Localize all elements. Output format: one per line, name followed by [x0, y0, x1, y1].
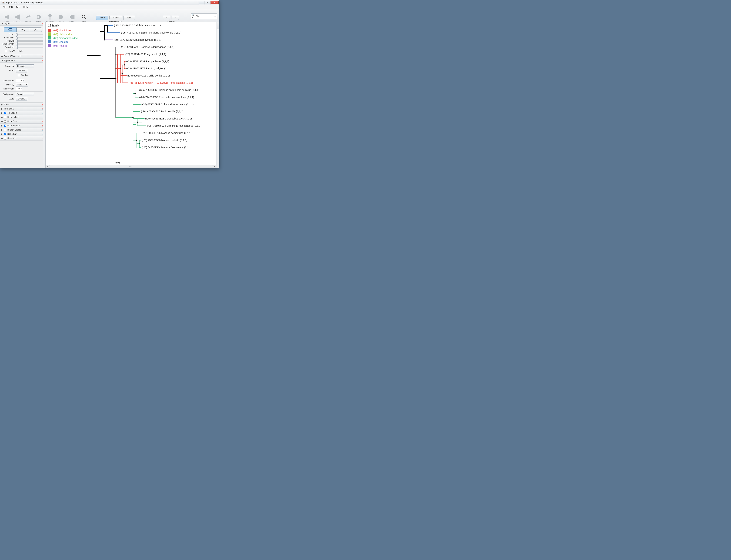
tip-label[interactable]: (r26) 795333263 Colobus angolensis palli…	[139, 89, 199, 91]
toolbar-collapse[interactable]: Collapse	[12, 14, 22, 23]
section-header-scalebar[interactable]: ▶Scale Bar📌	[0, 132, 45, 136]
tip-label[interactable]: (r25) 817347160 Aotus nancymaae (5,1,1)	[114, 38, 161, 41]
section-header-scaleaxis[interactable]: ▶Scale Axis📌	[0, 136, 45, 140]
selection-taxa[interactable]: Taxa	[123, 16, 135, 20]
tip-label[interactable]: (r26) 795076074 Mandrillus leucophaeus (…	[147, 124, 201, 127]
tip-label[interactable]: (r26) 724813358 Rhinopithecus roxellana …	[139, 96, 194, 99]
toolbar-cartoon[interactable]: Cartoon	[2, 14, 11, 23]
chevron-right-icon: ▶	[1, 137, 3, 139]
scaleaxis-checkbox[interactable]	[4, 137, 6, 139]
section-header-branchlabels[interactable]: ▶Branch Labels📌	[0, 128, 45, 132]
pin-icon[interactable]: 📌	[42, 120, 44, 123]
tip-label[interactable]: (r26) 544509544 Macaca fascicularis (3,1…	[142, 146, 192, 149]
section-header-tiplabels[interactable]: ▶Tip Labels📌	[0, 111, 45, 115]
filter-input-wrapper[interactable]: 🔍▾ ⊘	[191, 13, 217, 19]
background-select[interactable]: Default	[16, 93, 34, 96]
colours-button[interactable]: Colours	[16, 69, 27, 72]
section-header-nodeshapes[interactable]: ▶Node Shapes📌	[0, 124, 45, 128]
nodebars-checkbox[interactable]	[4, 120, 6, 123]
pin-icon[interactable]: 📌	[42, 125, 44, 127]
scroll-right-button[interactable]: ►	[213, 165, 216, 168]
pin-icon[interactable]: 📌	[42, 116, 44, 118]
close-button[interactable]: ✕	[211, 1, 219, 4]
clear-filter-icon[interactable]: ⊘	[214, 15, 216, 18]
curvature-slider[interactable]	[16, 47, 44, 48]
tip-label[interactable]: (r26) 635036947 Chlorocebus sabaeus (3,1…	[141, 103, 193, 106]
tip-label[interactable]: (r26) 806638828 Cercocebus atys (3,1,1)	[145, 117, 192, 120]
pin-icon[interactable]: 📌	[42, 137, 44, 139]
tip-label[interactable]: (r25) 403303403 Saimiri boliviensis boli…	[121, 31, 181, 34]
pin-icon[interactable]: 📌	[42, 133, 44, 135]
layout-rectangular[interactable]	[4, 27, 16, 32]
selection-node[interactable]: Node	[96, 16, 108, 20]
toolbar-find[interactable]: Find	[79, 14, 89, 23]
pin-icon[interactable]: 📌	[42, 59, 44, 62]
rootlength-slider[interactable]	[16, 44, 44, 45]
tiplabels-label: Tip Labels	[7, 112, 42, 114]
pin-icon[interactable]: 📌	[42, 108, 44, 110]
maximize-button[interactable]: ▭	[205, 1, 210, 4]
section-header-appearance[interactable]: ▼ Appearance 📌	[0, 59, 45, 63]
menu-help[interactable]: Help	[22, 6, 29, 9]
menu-edit[interactable]: Edit	[8, 6, 14, 9]
section-header-current-tree[interactable]: ▶ Current Tree: 1 / 1 📌	[0, 54, 45, 58]
horizontal-scrollbar[interactable]: ◄ ►	[46, 165, 216, 168]
tip-label[interactable]: (r27) 821324761 Nomascus leucogenys (2,1…	[121, 46, 174, 48]
nodelabels-checkbox[interactable]	[4, 116, 6, 118]
section-header-trees[interactable]: ▶Trees📌	[0, 103, 45, 107]
pin-icon[interactable]: 📌	[42, 112, 44, 114]
menu-bar: File Edit Tree Help	[0, 5, 219, 9]
tip-label[interactable]: (r26) 806638776 Macaca nemestrina (3,1,1…	[142, 132, 192, 134]
tip-label[interactable]: (r31) gi|4757876|ref|NP_004326.1| Homo s…	[129, 81, 193, 84]
menu-tree[interactable]: Tree	[15, 6, 22, 9]
pin-icon[interactable]: 📌	[42, 104, 44, 106]
tree-canvas[interactable]: 12-family (01) Hominidae(02) Hylobatidae…	[46, 22, 219, 168]
section-header-layout[interactable]: ▼ Layout 📌	[0, 22, 45, 26]
colour-by-select[interactable]: 12-family	[16, 64, 34, 68]
minimize-button[interactable]: —	[199, 1, 204, 4]
tip-label[interactable]: (r26) 239735506 Macaca mulatta (3,1,1)	[142, 139, 187, 142]
next-button[interactable]: ►	[172, 16, 179, 20]
line-weight-spinner[interactable]: ▲▼	[16, 79, 24, 82]
section-header-nodebars[interactable]: ▶Node Bars📌	[0, 119, 45, 124]
tip-label[interactable]: (r25) 390478707 Callithrix jacchus (4,1,…	[114, 24, 161, 27]
tip-label[interactable]: (r28) 289191459 Pongo abelii (1,1,1)	[125, 53, 166, 56]
branchlabels-checkbox[interactable]	[4, 129, 6, 131]
section-header-nodelabels[interactable]: ▶Node Labels📌	[0, 115, 45, 119]
layout-polar[interactable]	[16, 27, 29, 32]
prev-button[interactable]: ◄	[163, 16, 170, 20]
min-weight-spinner[interactable]: ▲▼	[16, 87, 22, 90]
pin-icon[interactable]: 📌	[42, 55, 44, 58]
tip-label[interactable]: (r29) 525313831 Pan paniscus (1,1,1)	[126, 60, 169, 63]
svg-point-17	[107, 25, 108, 26]
expansion-slider[interactable]	[16, 37, 44, 38]
toolbar-reroot[interactable]: Reroot	[23, 14, 33, 23]
width-by-select[interactable]: Fixed	[16, 83, 28, 86]
tip-label[interactable]: (r29) 525507015 Gorilla gorilla (1,1,1)	[127, 74, 170, 77]
layout-radial[interactable]	[29, 27, 42, 32]
toolbar-annotate[interactable]: Annotate	[45, 14, 55, 23]
toolbar-rotate[interactable]: Rotate	[34, 14, 44, 23]
filter-input[interactable]	[195, 15, 214, 18]
scalebar-checkbox[interactable]	[4, 133, 6, 135]
section-header-timescale[interactable]: ▶Time Scale📌	[0, 107, 45, 111]
vertical-scrollbar[interactable]	[216, 22, 219, 165]
tip-label[interactable]: (r26) 402904717 Papio anubis (3,1,1)	[141, 110, 183, 113]
selection-clade[interactable]: Clade	[109, 16, 122, 20]
colours-button-2[interactable]: Colours	[16, 97, 27, 101]
scroll-left-button[interactable]: ◄	[46, 165, 49, 168]
menu-file[interactable]: File	[1, 6, 7, 9]
toolbar-hilight[interactable]: Hilight	[67, 14, 77, 23]
svg-point-75	[132, 117, 134, 118]
gradient-checkbox[interactable]: Gradient	[17, 74, 44, 77]
align-tips-checkbox[interactable]: Align Tip Labels	[4, 49, 44, 53]
zoom-slider[interactable]	[16, 34, 44, 35]
toolbar-colour[interactable]: Colour	[56, 14, 66, 23]
fisheye-slider[interactable]	[16, 40, 44, 42]
pin-icon[interactable]: 📌	[42, 129, 44, 131]
scalebar-label: Scale Bar	[7, 133, 42, 135]
tiplabels-checkbox[interactable]	[4, 112, 6, 114]
pin-icon[interactable]: 📌	[42, 22, 44, 25]
tip-label[interactable]: (r29) 299522973 Pan troglodytes (1,1,1)	[126, 67, 172, 70]
nodeshapes-checkbox[interactable]	[4, 125, 6, 127]
